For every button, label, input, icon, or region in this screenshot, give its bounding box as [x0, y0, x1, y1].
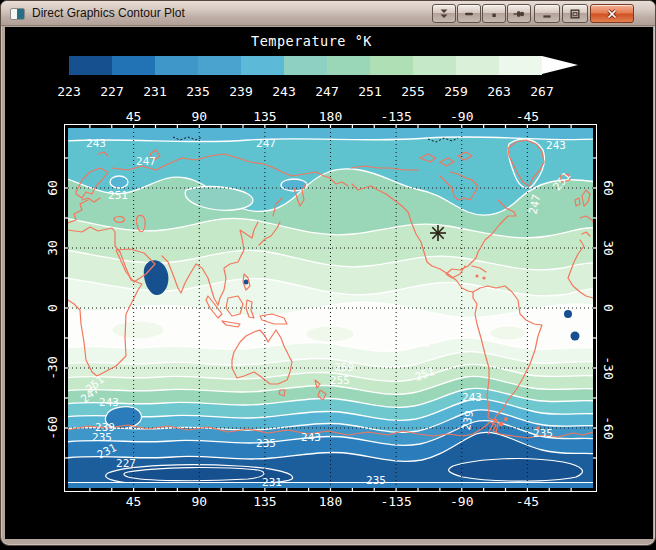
lat-label-right: 60	[601, 180, 616, 196]
colorbar-segment	[370, 56, 413, 75]
colorbar-segment	[327, 56, 370, 75]
lat-label-left: 0	[45, 304, 60, 312]
lat-label-right: -30	[601, 356, 616, 379]
dash-icon	[464, 9, 474, 19]
colorbar-tick-label: 223	[48, 84, 90, 99]
graphics-canvas: Temperature °K 2232272312352392432472512…	[5, 27, 653, 539]
plot-title: Temperature °K	[45, 33, 578, 49]
colorbar-segment	[499, 56, 542, 75]
lon-label-bottom: 180	[306, 494, 356, 509]
double-chevron-down-icon	[439, 8, 449, 19]
lat-label-right: 30	[601, 240, 616, 256]
colorbar-segment	[198, 56, 241, 75]
maximize-button[interactable]	[562, 4, 588, 23]
shrink-button[interactable]	[482, 4, 506, 23]
world-contour-map	[65, 124, 596, 492]
lat-label-left: -60	[45, 416, 60, 439]
colorbar-segment	[241, 56, 284, 75]
lat-label-right: -60	[601, 416, 616, 439]
maximize-icon	[570, 8, 581, 19]
lon-label-bottom: -135	[371, 494, 421, 509]
colorbar	[69, 56, 542, 75]
colorbar-tick-label: 251	[349, 84, 391, 99]
colorbar-segment	[69, 56, 112, 75]
titlebar[interactable]: Direct Graphics Contour Plot	[1, 1, 655, 26]
colorbar-tick-label: 235	[177, 84, 219, 99]
colorbar-tick-label: 263	[478, 84, 520, 99]
colorbar-arrow	[542, 56, 578, 74]
lon-label-top: 180	[306, 109, 356, 124]
colorbar-segment	[284, 56, 327, 75]
colorbar-tick-label: 243	[263, 84, 305, 99]
asterisk-marker	[430, 225, 446, 241]
colorbar-tick-label: 231	[134, 84, 176, 99]
lon-label-top: -135	[371, 109, 421, 124]
colorbar-tick-label: 255	[392, 84, 434, 99]
minimize-icon	[542, 9, 552, 19]
lat-label-left: 60	[45, 180, 60, 196]
lat-label-left: 30	[45, 240, 60, 256]
close-icon	[607, 8, 618, 19]
lon-label-top: -90	[437, 109, 487, 124]
lat-label-right: 0	[601, 304, 616, 312]
minimize-button[interactable]	[534, 4, 560, 23]
colorbar-segment	[413, 56, 456, 75]
colorbar-segment	[456, 56, 499, 75]
colorbar-tick-label: 227	[91, 84, 133, 99]
lon-label-top: 135	[240, 109, 290, 124]
pin-icon	[513, 9, 525, 19]
colorbar-tick-label: 259	[435, 84, 477, 99]
colorbar-segment	[155, 56, 198, 75]
lon-label-top: 45	[109, 109, 159, 124]
lon-label-bottom: 135	[240, 494, 290, 509]
lon-label-top: -45	[502, 109, 552, 124]
lon-label-bottom: 90	[174, 494, 224, 509]
close-button[interactable]	[590, 4, 634, 23]
colorbar-tick-label: 239	[220, 84, 262, 99]
lon-label-bottom: -45	[502, 494, 552, 509]
collapse-button[interactable]	[432, 4, 456, 23]
colorbar-segment	[112, 56, 155, 75]
window-title: Direct Graphics Contour Plot	[32, 1, 185, 26]
colorbar-tick-label: 267	[521, 84, 563, 99]
lat-label-left: -30	[45, 356, 60, 379]
app-icon	[10, 8, 25, 20]
map-plot	[64, 124, 597, 492]
lon-label-top: 90	[174, 109, 224, 124]
colorbar-tick-label: 247	[306, 84, 348, 99]
lon-label-bottom: -90	[437, 494, 487, 509]
app-window: Direct Graphics Contour Plot	[0, 0, 656, 546]
pin-button[interactable]	[507, 4, 531, 23]
dot-icon	[489, 9, 499, 19]
lon-label-bottom: 45	[109, 494, 159, 509]
hide-pane-button[interactable]	[457, 4, 481, 23]
